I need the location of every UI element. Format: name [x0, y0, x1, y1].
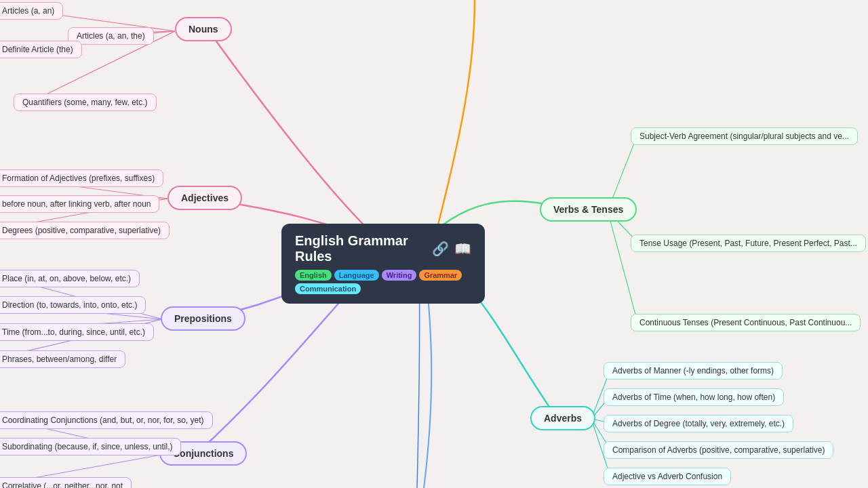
central-title-text: English Grammar Rules	[295, 233, 427, 264]
tag-list: English Language Writing Grammar Communi…	[295, 270, 471, 294]
link-icon: 🔗	[432, 241, 449, 257]
tag-language[interactable]: Language	[334, 270, 379, 281]
conj-leaf-1: Coordinating Conjunctions (and, but, or,…	[0, 411, 213, 429]
tag-communication[interactable]: Communication	[295, 283, 361, 294]
conj-leaf-2: Subordinating (because, if, since, unles…	[0, 438, 181, 455]
category-adjectives[interactable]: Adjectives	[167, 186, 242, 210]
category-adverbs[interactable]: Adverbs	[530, 406, 595, 430]
category-verbs[interactable]: Verbs & Tenses	[540, 197, 637, 222]
category-prepositions[interactable]: Prepositions	[161, 306, 245, 331]
book-icon: 📖	[454, 241, 471, 257]
adverbs-leaf-5: Adjective vs Adverb Confusion	[604, 468, 731, 485]
adj-leaf-2: before noun, after linking verb, after n…	[0, 195, 159, 213]
tag-writing[interactable]: Writing	[382, 270, 417, 281]
prep-leaf-4: Phrases, between/among, differ	[0, 350, 125, 368]
tag-english[interactable]: English	[295, 270, 332, 281]
adverbs-leaf-3: Adverbs of Degree (totally, very, extrem…	[604, 415, 793, 432]
adverbs-leaf-4: Comparison of Adverbs (positive, compara…	[604, 441, 833, 459]
adj-leaf-3: Degrees (positive, comparative, superlat…	[0, 222, 170, 239]
prep-leaf-2: Direction (to, towards, into, onto, etc.…	[0, 296, 146, 314]
tag-grammar[interactable]: Grammar	[419, 270, 462, 281]
adj-leaf-1: Formation of Adjectives (prefixes, suffi…	[0, 169, 163, 187]
nouns-leaf-3: Definite Article (the)	[0, 41, 82, 58]
nouns-leaf-1: Articles (a, an)	[0, 2, 63, 20]
adverbs-leaf-2: Adverbs of Time (when, how long, how oft…	[604, 388, 784, 406]
central-title: English Grammar Rules 🔗 📖	[295, 233, 471, 264]
central-node: English Grammar Rules 🔗 📖 English Langua…	[281, 224, 485, 304]
prep-leaf-1: Place (in, at, on, above, below, etc.)	[0, 270, 140, 287]
nouns-leaf-4: Quantifiers (some, many, few, etc.)	[14, 94, 157, 111]
svg-line-16	[608, 211, 637, 322]
verbs-leaf-2: Tense Usage (Present, Past, Future, Pres…	[631, 235, 866, 252]
category-nouns[interactable]: Nouns	[175, 17, 232, 41]
adverbs-leaf-1: Adverbs of Manner (-ly endings, other fo…	[604, 362, 783, 380]
conj-leaf-3: Correlative (...or, neither...nor, not	[0, 477, 132, 488]
verbs-leaf-3: Continuous Tenses (Present Continuous, P…	[631, 314, 861, 331]
prep-leaf-3: Time (from...to, during, since, until, e…	[0, 323, 154, 341]
verbs-leaf-1: Subject-Verb Agreement (singular/plural …	[631, 127, 858, 145]
